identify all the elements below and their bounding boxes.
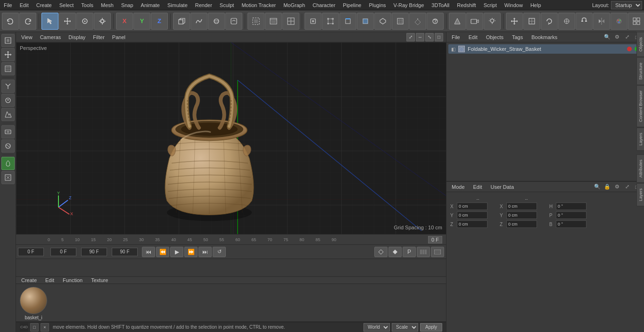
obj-settings-icon[interactable]: ⚙ [613,33,621,41]
select-tool-button[interactable] [41,13,58,30]
menu-snap[interactable]: Snap [117,1,137,9]
viewport-menu-panel[interactable]: Panel [110,34,128,40]
texture-mode-button[interactable] [392,13,409,30]
viewport-menu-view[interactable]: View [19,34,35,40]
menu-vray[interactable]: V-Ray Bridge [390,1,428,9]
magnet-button[interactable] [576,13,593,30]
next-frame-button[interactable]: ⏩ [184,247,198,257]
sidebar-btn-1[interactable] [1,34,15,47]
attr-menu-userdata[interactable]: User Data [488,184,517,190]
solo-button[interactable] [427,13,444,30]
attr-menu-edit[interactable]: Edit [471,184,485,190]
sidebar-btn-6[interactable] [1,108,15,121]
viewport-ctrl-1[interactable]: ⤢ [406,33,415,41]
sidebar-btn-10[interactable] [1,171,15,184]
material-ball[interactable] [20,287,47,314]
menu-mograph[interactable]: MoGraph [280,1,309,9]
menu-sculpt[interactable]: Sculpt [216,1,238,9]
move-object-btn2[interactable] [523,13,540,30]
redo-button[interactable] [19,13,36,30]
world-dropdown[interactable]: World [363,323,390,332]
viewport-menu-display[interactable]: Display [66,34,88,40]
move-tool-button[interactable] [59,13,76,30]
menu-render[interactable]: Render [191,1,216,9]
edge-mode-button[interactable] [339,13,356,30]
status-btn-3[interactable]: × [41,323,49,332]
menu-edit[interactable]: Edit [16,1,33,9]
coord-z-rot-input[interactable] [506,220,537,228]
viewport-menu-cameras[interactable]: Cameras [38,34,64,40]
viewport-ctrl-3[interactable]: ⤡ [425,33,434,41]
viewport-3d[interactable]: Perspective Grid Spacing : 10 cm Z X Y [16,42,446,234]
obj-menu-file[interactable]: File [449,34,462,40]
material-menu-texture[interactable]: Texture [89,277,110,283]
light-button[interactable] [484,13,501,30]
object-mode-button[interactable] [305,13,322,30]
obj-menu-objects[interactable]: Objects [484,34,506,40]
menu-mesh[interactable]: Mesh [97,1,117,9]
camera-button[interactable] [466,13,483,30]
obj-item-basket[interactable]: ◧ Foldable_Wicker_Straw_Basket [448,44,642,54]
coord-x-rot-input[interactable] [506,202,537,210]
current-frame-input[interactable] [50,248,76,256]
mirror-button[interactable] [593,13,610,30]
attr-expand-icon[interactable]: ⤢ [623,183,631,191]
layout-select[interactable]: Startup [611,1,642,9]
coord-b-input[interactable] [556,220,586,228]
polygon-mode-button[interactable] [357,13,374,30]
deformer-tool-button[interactable] [225,13,242,30]
attr-menu-mode[interactable]: Mode [449,184,467,190]
cube-tool-button[interactable] [173,13,190,30]
sidebar-btn-3[interactable] [1,62,15,75]
coord-h-input[interactable] [556,202,586,210]
menu-simulate[interactable]: Simulate [164,1,191,9]
keyframe-btn-5[interactable] [431,247,444,257]
obj-menu-bookmarks[interactable]: Bookmarks [529,34,560,40]
workplane-button[interactable] [409,13,426,30]
rotate-tool-button[interactable] [76,13,93,30]
menu-plugins[interactable]: Plugins [365,1,389,9]
coord-x-pos-input[interactable] [457,202,487,210]
y-axis-button[interactable]: Y [133,13,150,30]
keyframe-btn-2[interactable] [388,247,402,257]
attr-lock-icon[interactable]: 🔒 [603,183,611,191]
prev-frame-button[interactable]: ⏪ [156,247,169,257]
viewport-maximize[interactable]: □ [435,33,443,41]
sidebar-btn-8[interactable] [1,139,15,153]
attr-search-icon[interactable]: 🔍 [593,183,602,191]
paint-selection-button[interactable] [558,13,575,30]
obj-search-icon[interactable]: 🔍 [603,33,611,41]
tab-structure[interactable]: Structure [636,57,644,85]
start-frame-input[interactable] [18,248,44,256]
menu-select[interactable]: Select [56,1,78,9]
material-menu-edit[interactable]: Edit [43,277,57,283]
uv-mode-button[interactable] [374,13,391,30]
tab-layers-bottom[interactable]: Layers [636,183,644,206]
keyframe-btn-4[interactable] [417,247,430,257]
z-axis-button[interactable]: Z [151,13,168,30]
grid-button[interactable] [628,13,644,30]
coord-y-rot-input[interactable] [506,211,537,219]
sidebar-btn-9[interactable] [1,157,15,170]
sidebar-btn-4[interactable] [1,80,15,93]
viewport-menu-filter[interactable]: Filter [91,34,107,40]
loop-button[interactable]: ↺ [213,247,226,257]
menu-animate[interactable]: Animate [137,1,164,9]
menu-help[interactable]: Help [527,1,545,9]
menu-create[interactable]: Create [33,1,56,9]
render-output-button[interactable] [282,13,299,30]
move-object-button[interactable] [506,13,523,30]
sidebar-btn-5[interactable] [1,94,15,107]
play-button[interactable]: ▶ [170,247,183,257]
end-frame-input2[interactable] [112,248,138,256]
end-frame-input[interactable] [81,248,107,256]
sidebar-btn-7[interactable] [1,125,15,138]
rotate-object-button[interactable] [541,13,558,30]
scale-tool-button[interactable] [94,13,111,30]
menu-pipeline[interactable]: Pipeline [339,1,365,9]
nurbs-tool-button[interactable] [208,13,225,30]
obj-menu-edit[interactable]: Edit [466,34,480,40]
palette-button[interactable] [611,13,627,30]
vertex-mode-button[interactable] [322,13,339,30]
menu-tools[interactable]: Tools [77,1,97,9]
